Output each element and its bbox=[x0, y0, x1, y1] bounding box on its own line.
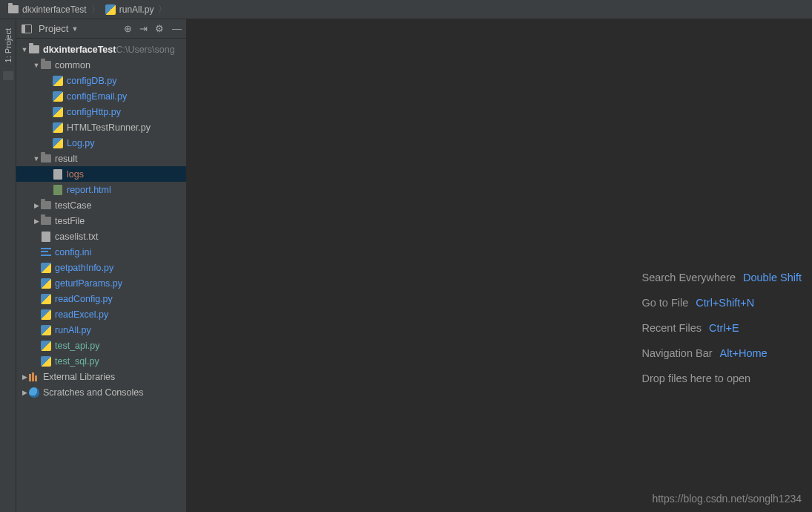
html-file-icon bbox=[52, 184, 64, 196]
tree-label: result bbox=[55, 154, 78, 164]
tree-row[interactable]: logs bbox=[16, 166, 186, 182]
folder-icon bbox=[28, 44, 40, 56]
tree-label: readConfig.py bbox=[55, 294, 113, 304]
tree-row[interactable]: HTMLTestRunner.py bbox=[16, 119, 186, 135]
tree-row[interactable]: report.html bbox=[16, 182, 186, 197]
file-icon bbox=[52, 168, 64, 180]
tree-row[interactable]: config.ini bbox=[16, 244, 186, 260]
tree-label: report.html bbox=[67, 185, 111, 195]
tree-row[interactable]: dkxinterfaceTest C:\Users\song bbox=[16, 42, 186, 57]
tree-row[interactable]: getpathInfo.py bbox=[16, 260, 186, 275]
empty-hint: Go to FileCtrl+Shift+N bbox=[641, 297, 754, 309]
tree-row[interactable]: External Libraries bbox=[16, 369, 186, 384]
tree-arrow-icon[interactable] bbox=[33, 202, 40, 209]
file-icon bbox=[40, 231, 52, 243]
python-file-icon bbox=[40, 278, 52, 289]
tree-label: dkxinterfaceTest bbox=[43, 45, 116, 55]
project-panel: Project ▼ dkxinterfaceTest C:\Users\song… bbox=[16, 19, 187, 512]
tree-label: getpathInfo.py bbox=[55, 263, 113, 273]
tree-arrow-icon[interactable] bbox=[21, 373, 28, 381]
panel-title: Project bbox=[39, 23, 68, 34]
library-icon bbox=[28, 371, 40, 383]
breadcrumb-label: dkxinterfaceTest bbox=[22, 4, 87, 15]
tree-label: logs bbox=[67, 169, 84, 180]
left-gutter: 1: Project bbox=[0, 19, 16, 512]
ini-file-icon bbox=[40, 246, 52, 258]
breadcrumb-item[interactable]: runAll.py bbox=[102, 4, 157, 16]
hint-shortcut: Double Shift bbox=[743, 272, 802, 283]
tree-label: configHttp.py bbox=[67, 107, 121, 117]
hint-shortcut: Ctrl+Shift+N bbox=[696, 297, 754, 309]
hint-shortcut: Alt+Home bbox=[720, 347, 768, 359]
tree-arrow-icon[interactable] bbox=[21, 389, 28, 396]
tree-row[interactable]: test_sql.py bbox=[16, 353, 186, 369]
gear-icon[interactable] bbox=[155, 23, 165, 33]
breadcrumb-item[interactable]: dkxinterfaceTest bbox=[4, 4, 90, 16]
tree-label: Log.py bbox=[67, 138, 95, 148]
tree-arrow-icon[interactable] bbox=[33, 155, 40, 163]
python-file-icon bbox=[52, 91, 64, 102]
hint-label: Recent Files bbox=[641, 322, 702, 334]
tree-row[interactable]: caselist.txt bbox=[16, 229, 186, 244]
tree-path-suffix: C:\Users\song bbox=[116, 45, 174, 55]
tree-row[interactable]: common bbox=[16, 57, 186, 73]
editor-area: Search EverywhereDouble ShiftGo to FileC… bbox=[187, 19, 812, 512]
folder-icon bbox=[40, 153, 52, 165]
tree-row[interactable]: configHttp.py bbox=[16, 104, 186, 119]
tree-label: HTMLTestRunner.py bbox=[67, 122, 151, 133]
python-file-icon bbox=[52, 122, 64, 134]
tree-label: caselist.txt bbox=[55, 232, 98, 242]
empty-state-hints: Search EverywhereDouble ShiftGo to FileC… bbox=[641, 272, 802, 384]
hide-panel-icon[interactable] bbox=[172, 23, 182, 34]
chevron-down-icon[interactable]: ▼ bbox=[71, 25, 78, 33]
tree-row[interactable]: Scratches and Consoles bbox=[16, 384, 186, 400]
tree-row[interactable]: runAll.py bbox=[16, 322, 186, 338]
tree-row[interactable]: configEmail.py bbox=[16, 88, 186, 104]
tree-row[interactable]: readConfig.py bbox=[16, 291, 186, 306]
python-file-icon bbox=[40, 340, 52, 352]
tree-label: configDB.py bbox=[67, 76, 116, 86]
tree-row[interactable]: readExcel.py bbox=[16, 306, 186, 322]
tree-label: common bbox=[55, 60, 90, 70]
python-file-icon bbox=[40, 293, 52, 305]
structure-icon[interactable] bbox=[3, 71, 13, 80]
tree-label: geturlParams.py bbox=[55, 278, 122, 289]
hint-label: Go to File bbox=[641, 297, 688, 309]
python-file-icon bbox=[52, 106, 64, 118]
tree-row[interactable]: configDB.py bbox=[16, 73, 186, 88]
tree-label: config.ini bbox=[55, 247, 91, 257]
empty-hint: Search EverywhereDouble Shift bbox=[641, 272, 802, 283]
project-tree: dkxinterfaceTest C:\Users\songcommonconf… bbox=[16, 39, 186, 512]
folder-icon bbox=[40, 200, 52, 211]
python-file-icon bbox=[40, 262, 52, 274]
folder-icon bbox=[40, 215, 52, 227]
tree-label: test_sql.py bbox=[55, 356, 99, 367]
hint-shortcut: Ctrl+E bbox=[709, 322, 739, 334]
tree-row[interactable]: result bbox=[16, 151, 186, 166]
tree-row[interactable]: Log.py bbox=[16, 135, 186, 151]
breadcrumb-label: runAll.py bbox=[119, 4, 154, 15]
scratch-icon bbox=[28, 387, 40, 398]
empty-hint: Navigation BarAlt+Home bbox=[641, 347, 767, 359]
tree-arrow-icon[interactable] bbox=[21, 46, 28, 53]
tree-row[interactable]: test_api.py bbox=[16, 338, 186, 353]
empty-hint: Recent FilesCtrl+E bbox=[641, 322, 739, 334]
tree-row[interactable]: testCase bbox=[16, 197, 186, 213]
watermark: https://blog.csdn.net/songlh1234 bbox=[652, 493, 802, 505]
hint-label: Drop files here to open bbox=[641, 372, 750, 384]
python-file-icon bbox=[52, 75, 64, 87]
tree-label: testCase bbox=[55, 200, 91, 211]
tree-arrow-icon[interactable] bbox=[33, 62, 40, 69]
tree-label: configEmail.py bbox=[67, 91, 127, 102]
locate-icon[interactable] bbox=[124, 23, 132, 34]
tree-row[interactable]: geturlParams.py bbox=[16, 275, 186, 291]
folder-icon bbox=[40, 59, 52, 71]
hint-label: Search Everywhere bbox=[641, 272, 736, 283]
collapse-all-icon[interactable] bbox=[139, 23, 148, 34]
hint-label: Navigation Bar bbox=[641, 347, 712, 359]
sidebar-tab-project[interactable]: 1: Project bbox=[4, 24, 13, 67]
tree-row[interactable]: testFile bbox=[16, 213, 186, 229]
tree-label: test_api.py bbox=[55, 341, 99, 351]
panel-header: Project ▼ bbox=[16, 19, 186, 39]
tree-arrow-icon[interactable] bbox=[33, 217, 40, 225]
